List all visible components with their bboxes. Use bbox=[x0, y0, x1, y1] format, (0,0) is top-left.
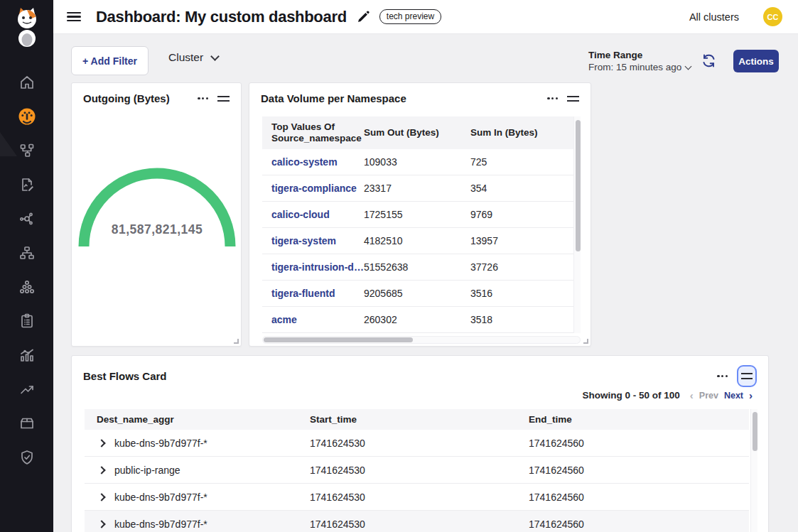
namespace-link[interactable]: tigera-fluentd bbox=[262, 288, 364, 299]
cluster-dropdown-label: Cluster bbox=[168, 51, 203, 64]
flows-table-header: Dest_name_aggr Start_time End_time bbox=[85, 409, 749, 430]
cluster-scope-label[interactable]: All clusters bbox=[689, 11, 739, 23]
next-button[interactable]: Next bbox=[724, 391, 743, 401]
prev-chevron-icon[interactable]: ‹ bbox=[690, 390, 694, 401]
scrollbar-thumb[interactable] bbox=[264, 337, 413, 342]
card-drag-handle-icon-focused[interactable] bbox=[737, 365, 757, 387]
actions-button[interactable]: Actions bbox=[733, 50, 779, 72]
page-title: Dashboard: My custom dashboard bbox=[96, 8, 347, 26]
nav-trend-icon[interactable] bbox=[0, 372, 53, 406]
data-volume-card-header: Data Volume per Namespace bbox=[249, 83, 591, 110]
nav-service-graph-icon[interactable] bbox=[0, 134, 53, 168]
gauge-value: 81,587,821,145 bbox=[72, 222, 242, 237]
topbar-right: All clusters CC bbox=[689, 7, 782, 26]
nav-sitemap-icon[interactable] bbox=[0, 236, 53, 270]
table-row: acme 260302 3518 bbox=[262, 307, 581, 333]
menu-hamburger-icon[interactable] bbox=[67, 12, 81, 22]
namespace-link[interactable]: tigera-system bbox=[262, 235, 364, 246]
cluster-dropdown[interactable]: Cluster bbox=[168, 51, 218, 64]
app-root: Dashboard: My custom dashboard tech prev… bbox=[0, 0, 798, 532]
card-menu-icon[interactable] bbox=[198, 94, 208, 102]
nav-dashboard-gauge-icon[interactable] bbox=[0, 99, 53, 134]
namespace-link[interactable]: acme bbox=[262, 314, 364, 325]
nav-statistics-icon[interactable] bbox=[0, 338, 53, 372]
nav-home-icon[interactable] bbox=[0, 65, 53, 99]
namespace-link[interactable]: calico-cloud bbox=[262, 209, 364, 220]
table-row: tigera-fluentd 9205685 3516 bbox=[262, 281, 581, 307]
card-menu-icon[interactable] bbox=[717, 372, 728, 380]
chevron-down-icon bbox=[685, 63, 692, 70]
table-row: calico-cloud 1725155 9769 bbox=[262, 202, 581, 228]
column-header: Dest_name_aggr bbox=[85, 414, 310, 425]
pagination-showing: Showing 0 - 50 of 100 bbox=[583, 390, 680, 401]
resize-handle[interactable] bbox=[234, 339, 239, 344]
nav-clusters-icon[interactable] bbox=[0, 270, 53, 304]
vertical-scrollbar[interactable] bbox=[750, 409, 757, 532]
outgoing-card-header: Outgoing (Bytes) bbox=[72, 83, 241, 110]
scrollbar-thumb[interactable] bbox=[576, 120, 581, 251]
sidebar-nav bbox=[0, 65, 53, 474]
table-row: calico-system 109033 725 bbox=[262, 149, 581, 175]
avatar[interactable]: CC bbox=[763, 7, 782, 26]
best-flows-card-title: Best Flows Card bbox=[83, 370, 167, 382]
namespace-link[interactable]: tigera-compliance bbox=[262, 183, 364, 194]
best-flows-card: Best Flows Card Showing 0 - 50 of 100 ‹ … bbox=[71, 355, 769, 532]
gauge-chart bbox=[72, 126, 242, 264]
column-header: End_time bbox=[529, 414, 749, 425]
column-header: Top Values Of Source_namespace bbox=[262, 121, 364, 144]
table-row: kube-dns-9b7d977f-* 1741624530 174162456… bbox=[85, 430, 749, 457]
nav-report-icon[interactable] bbox=[0, 168, 53, 202]
column-header: Sum Out (Bytes) bbox=[364, 127, 470, 139]
nav-connections-icon[interactable] bbox=[0, 202, 53, 236]
nav-clipboard-icon[interactable] bbox=[0, 304, 53, 338]
namespace-link[interactable]: calico-system bbox=[262, 156, 364, 168]
resize-handle[interactable] bbox=[583, 339, 588, 344]
nav-package-icon[interactable] bbox=[0, 406, 53, 440]
time-range-control[interactable]: Time Range From: 15 minutes ago bbox=[588, 50, 691, 72]
horizontal-scrollbar[interactable] bbox=[262, 336, 581, 344]
refresh-icon[interactable] bbox=[701, 53, 716, 71]
data-volume-card: Data Volume per Namespace Top Values Of … bbox=[249, 82, 591, 347]
scrollbar-thumb[interactable] bbox=[753, 412, 757, 451]
next-chevron-icon[interactable]: › bbox=[749, 390, 753, 401]
topbar: Dashboard: My custom dashboard tech prev… bbox=[53, 0, 798, 34]
card-drag-handle-icon[interactable] bbox=[567, 94, 579, 104]
expand-chevron-icon[interactable] bbox=[97, 439, 105, 447]
prev-button[interactable]: Prev bbox=[699, 391, 718, 401]
table-row: tigera-intrusion-d… 51552638 37726 bbox=[262, 254, 581, 281]
namespace-table: Top Values Of Source_namespace Sum Out (… bbox=[262, 116, 581, 333]
namespace-table-header: Top Values Of Source_namespace Sum Out (… bbox=[262, 116, 581, 149]
flows-table: Dest_name_aggr Start_time End_time kube-… bbox=[85, 409, 749, 532]
pagination: Showing 0 - 50 of 100 ‹ Prev Next › bbox=[583, 390, 753, 401]
table-row: tigera-compliance 23317 354 bbox=[262, 175, 581, 202]
card-menu-icon[interactable] bbox=[547, 94, 558, 102]
edit-pencil-icon[interactable] bbox=[357, 11, 370, 23]
data-volume-card-title: Data Volume per Namespace bbox=[261, 92, 406, 104]
table-row: tigera-system 4182510 13957 bbox=[262, 228, 581, 254]
table-row: kube-dns-9b7d977f-* 1741624530 174162456… bbox=[85, 511, 749, 532]
outgoing-bytes-card: Outgoing (Bytes) 81,587,821,145 bbox=[71, 82, 242, 347]
table-row: kube-dns-9b7d977f-* 1741624530 174162456… bbox=[85, 484, 749, 511]
time-range-label: Time Range bbox=[588, 50, 691, 60]
table-row: public-ip-range 1741624530 1741624560 bbox=[85, 457, 749, 484]
best-flows-card-header: Best Flows Card bbox=[72, 356, 768, 393]
nav-shield-check-icon[interactable] bbox=[0, 440, 53, 474]
add-filter-button[interactable]: + Add Filter bbox=[71, 46, 149, 75]
tech-preview-badge: tech preview bbox=[379, 9, 441, 24]
outgoing-card-title: Outgoing (Bytes) bbox=[83, 92, 170, 104]
column-header: Start_time bbox=[310, 414, 529, 425]
expand-chevron-icon[interactable] bbox=[97, 520, 105, 528]
time-range-value[interactable]: From: 15 minutes ago bbox=[588, 62, 691, 72]
chevron-down-icon bbox=[210, 52, 220, 61]
card-drag-handle-icon[interactable] bbox=[217, 94, 230, 104]
calico-logo[interactable] bbox=[12, 6, 42, 50]
vertical-scrollbar[interactable] bbox=[573, 116, 581, 333]
namespace-link[interactable]: tigera-intrusion-d… bbox=[262, 261, 364, 273]
column-header: Sum In (Bytes) bbox=[470, 127, 556, 139]
expand-chevron-icon[interactable] bbox=[97, 466, 105, 474]
expand-chevron-icon[interactable] bbox=[97, 493, 105, 501]
sidebar bbox=[0, 0, 53, 532]
